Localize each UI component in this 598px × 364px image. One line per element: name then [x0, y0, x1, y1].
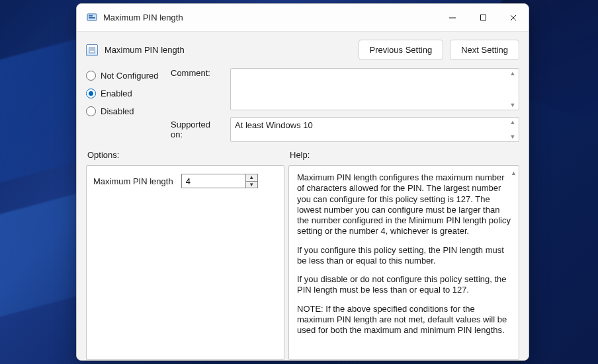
field-labels: Comment: Supported on: — [171, 68, 224, 139]
radio-not-configured[interactable]: Not Configured — [86, 71, 164, 81]
spinner-buttons: ▲ ▼ — [245, 174, 257, 188]
radio-circle-icon — [86, 106, 96, 116]
supported-on-label: Supported on: — [171, 120, 224, 139]
previous-setting-button[interactable]: Previous Setting — [359, 40, 444, 60]
comment-textbox[interactable]: ▲ ▼ — [230, 68, 519, 110]
window-title: Maximum PIN length — [103, 13, 183, 22]
radio-circle-icon — [86, 71, 96, 81]
nav-buttons: Previous Setting Next Setting — [359, 40, 520, 60]
svg-rect-5 — [480, 15, 486, 20]
radio-circle-icon — [86, 89, 96, 98]
scroll-down-icon: ▼ — [508, 133, 517, 140]
help-paragraph: Maximum PIN length configures the maximu… — [297, 172, 511, 237]
content-area: Maximum PIN length Previous Setting Next… — [77, 32, 529, 360]
options-label: Options: — [86, 150, 284, 160]
options-panel: Maximum PIN length ▲ ▼ — [86, 165, 284, 360]
titlebar: Maximum PIN length — [77, 4, 529, 32]
scroll-up-icon: ▲ — [508, 70, 517, 77]
help-paragraph: If you disable or do not configure this … — [297, 274, 511, 296]
spinner-down-icon[interactable]: ▼ — [246, 182, 257, 188]
help-paragraph: If you configure this policy setting, th… — [297, 245, 511, 267]
policy-icon — [86, 44, 98, 56]
options-column: Options: Maximum PIN length ▲ ▼ — [86, 150, 284, 360]
config-row: Not Configured Enabled Disabled Comment:… — [86, 68, 519, 142]
state-radio-group: Not Configured Enabled Disabled — [86, 68, 164, 116]
help-label: Help: — [288, 150, 519, 160]
supported-on-value: At least Windows 10 — [235, 120, 313, 130]
radio-label: Disabled — [101, 106, 134, 116]
field-values: ▲ ▼ At least Windows 10 ▲ ▼ — [230, 68, 519, 142]
header-row: Maximum PIN length Previous Setting Next… — [86, 40, 519, 60]
lower-section: Options: Maximum PIN length ▲ ▼ — [86, 150, 519, 360]
scroll-down-icon: ▼ — [508, 102, 517, 108]
comment-scroll[interactable]: ▲ ▼ — [508, 70, 517, 108]
option-row: Maximum PIN length ▲ ▼ — [93, 174, 277, 188]
minimize-button[interactable] — [437, 4, 468, 31]
radio-label: Enabled — [101, 89, 132, 98]
radio-enabled[interactable]: Enabled — [86, 89, 164, 98]
titlebar-controls — [437, 4, 529, 31]
help-paragraph: NOTE: If the above specified conditions … — [297, 304, 511, 336]
radio-disabled[interactable]: Disabled — [86, 106, 164, 116]
close-button[interactable] — [498, 4, 529, 31]
policy-name: Maximum PIN length — [105, 45, 185, 55]
help-panel: Maximum PIN length configures the maximu… — [288, 165, 519, 360]
option-name: Maximum PIN length — [93, 176, 173, 186]
help-column: Help: Maximum PIN length configures the … — [288, 150, 519, 360]
svg-rect-2 — [89, 17, 95, 18]
supported-on-textbox: At least Windows 10 ▲ ▼ — [230, 117, 519, 142]
supported-scroll[interactable]: ▲ ▼ — [508, 119, 517, 140]
next-setting-button[interactable]: Next Setting — [450, 40, 519, 60]
dialog-window: Maximum PIN length Maximum PIN length Pr… — [76, 3, 529, 361]
maximize-button[interactable] — [468, 4, 498, 31]
scroll-up-icon: ▲ — [508, 119, 517, 126]
app-icon — [86, 12, 98, 24]
help-scroll-up-icon: ▲ — [511, 170, 517, 176]
svg-rect-1 — [89, 15, 93, 17]
spinner-up-icon[interactable]: ▲ — [246, 174, 257, 182]
svg-rect-3 — [89, 18, 95, 19]
radio-label: Not Configured — [101, 71, 158, 81]
comment-label: Comment: — [171, 68, 224, 114]
max-pin-length-input[interactable] — [182, 174, 245, 188]
max-pin-length-spinner[interactable]: ▲ ▼ — [181, 174, 258, 188]
